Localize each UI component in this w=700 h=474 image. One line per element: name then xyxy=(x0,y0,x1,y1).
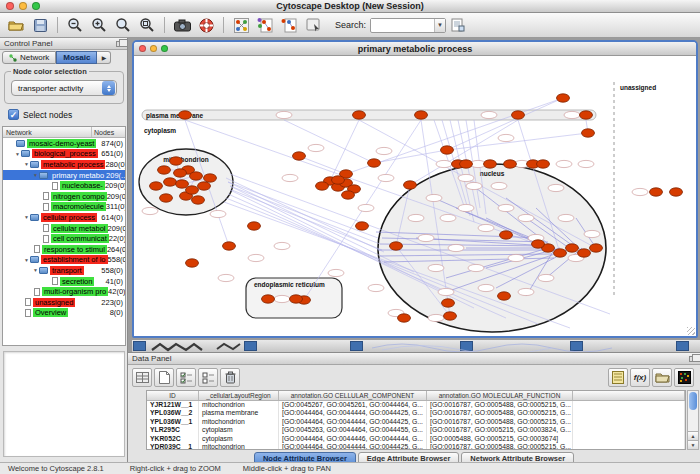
table-column-header[interactable]: annotation.GO CELLULAR_COMPONENT xyxy=(279,391,427,400)
tree-row[interactable]: Overview8(0) xyxy=(3,308,125,319)
gene-label-node[interactable] xyxy=(328,269,344,276)
gene-node[interactable] xyxy=(580,111,593,119)
gene-node[interactable] xyxy=(164,178,177,186)
scroll-down-button[interactable]: ▼ xyxy=(688,440,698,449)
gene-node[interactable] xyxy=(290,295,303,303)
tree-row[interactable]: cellular metabol209(0) xyxy=(3,223,125,234)
zoom-in-button[interactable] xyxy=(88,15,110,36)
tab-mosaic[interactable]: Mosaic xyxy=(56,51,97,64)
gene-label-node[interactable] xyxy=(378,174,394,181)
zoom-selected-button[interactable] xyxy=(112,15,134,36)
gene-node[interactable] xyxy=(670,188,683,196)
network-from-selection-button[interactable] xyxy=(230,15,252,36)
gene-node[interactable] xyxy=(498,292,511,300)
gene-label-node[interactable] xyxy=(556,160,572,167)
expand-triangle-icon[interactable] xyxy=(23,257,30,263)
matrix-view-button[interactable] xyxy=(674,368,694,387)
expand-triangle-icon[interactable] xyxy=(32,172,39,178)
expand-triangle-icon[interactable] xyxy=(23,161,30,167)
tree-row[interactable]: unassigned223(0) xyxy=(3,297,125,308)
gene-label-node[interactable] xyxy=(282,174,298,181)
scroll-up-button[interactable]: ▲ xyxy=(688,431,698,440)
tab-overflow-button[interactable]: ▶ xyxy=(97,51,111,64)
gene-label-node[interactable] xyxy=(518,288,534,295)
tree-row[interactable]: biological_process651(0) xyxy=(3,149,125,160)
expand-triangle-icon[interactable] xyxy=(23,214,30,220)
gene-node[interactable] xyxy=(158,166,171,174)
gene-label-node[interactable] xyxy=(248,254,264,261)
network-canvas[interactable]: plasma membranecytoplasmmitochondrionnuc… xyxy=(134,56,696,336)
tree-row[interactable]: multi-organism pro42(0) xyxy=(3,286,125,297)
delete-attribute-button[interactable] xyxy=(220,368,240,387)
search-input[interactable] xyxy=(371,19,434,31)
gene-node[interactable] xyxy=(190,172,203,180)
tree-row[interactable]: cellular process614(0) xyxy=(3,212,125,223)
gene-node[interactable] xyxy=(160,194,173,202)
gene-label-node[interactable] xyxy=(418,234,434,241)
save-button[interactable] xyxy=(29,15,51,36)
gene-label-node[interactable] xyxy=(210,210,226,217)
gene-label-node[interactable] xyxy=(466,182,482,189)
gene-label-node[interactable] xyxy=(308,144,324,151)
gene-node[interactable] xyxy=(512,111,525,119)
zoom-fit-button[interactable] xyxy=(136,15,158,36)
gene-label-node[interactable] xyxy=(548,184,564,191)
gene-label-node[interactable] xyxy=(428,264,444,271)
gene-node[interactable] xyxy=(578,249,591,257)
gene-node[interactable] xyxy=(356,222,369,230)
partial-window-titlebars[interactable] xyxy=(132,340,700,352)
gene-label-node[interactable] xyxy=(142,207,158,214)
unselect-attributes-button[interactable] xyxy=(198,368,218,387)
gene-label-node[interactable] xyxy=(491,182,507,189)
gene-node[interactable] xyxy=(150,182,163,190)
gene-label-node[interactable] xyxy=(274,295,290,302)
gene-node[interactable] xyxy=(444,312,457,320)
table-row[interactable]: YKR052Ccytoplasm[GO:0044464, GO:0044446,… xyxy=(147,435,685,443)
gene-node[interactable] xyxy=(332,176,345,184)
gene-label-node[interactable] xyxy=(426,194,442,201)
network-view-button[interactable] xyxy=(254,15,276,36)
network-overlay-button[interactable] xyxy=(278,15,300,36)
gene-label-node[interactable] xyxy=(498,204,514,211)
gene-node[interactable] xyxy=(198,182,211,190)
tree-row[interactable]: primary metabo209(... xyxy=(3,170,125,181)
gene-label-node[interactable] xyxy=(478,224,494,231)
gene-node[interactable] xyxy=(500,231,513,239)
gene-node[interactable] xyxy=(170,157,183,165)
gene-node[interactable] xyxy=(176,180,189,188)
new-attribute-button[interactable] xyxy=(154,368,174,387)
gene-node[interactable] xyxy=(390,242,403,250)
gene-node[interactable] xyxy=(316,182,329,190)
birds-eye-view[interactable] xyxy=(3,351,125,457)
tree-row[interactable]: secretion41(0) xyxy=(3,276,125,287)
table-row[interactable]: YPL036W__2plasma membrane[GO:0044464, GO… xyxy=(147,409,685,417)
gene-label-node[interactable] xyxy=(408,214,424,221)
table-column-header[interactable]: annotation.GO MOLECULAR_FUNCTION xyxy=(427,391,573,400)
gene-node[interactable] xyxy=(293,152,306,160)
gene-label-node[interactable] xyxy=(498,134,514,141)
gene-label-node[interactable] xyxy=(368,284,384,291)
tree-row[interactable]: metabolic process280(0) xyxy=(3,159,125,170)
gene-node[interactable] xyxy=(442,299,455,307)
gene-label-node[interactable] xyxy=(538,274,554,281)
tree-row[interactable]: nitrogen compo209(0) xyxy=(3,191,125,202)
gene-node[interactable] xyxy=(504,160,517,168)
tree-row[interactable]: transport558(0) xyxy=(3,265,125,276)
tree-row[interactable]: mosaic-demo-yeast874(0) xyxy=(3,138,125,149)
gene-node[interactable] xyxy=(590,244,603,252)
gene-node[interactable] xyxy=(532,240,545,248)
gene-label-node[interactable] xyxy=(274,242,290,249)
gene-label-node[interactable] xyxy=(564,111,580,118)
gene-node[interactable] xyxy=(554,249,567,257)
gene-node[interactable] xyxy=(566,244,579,252)
tree-row[interactable]: establishment of lo558(0) xyxy=(3,255,125,266)
gene-label-node[interactable] xyxy=(632,188,648,195)
network-window-titlebar[interactable]: primary metabolic process xyxy=(134,42,696,56)
table-column-header[interactable]: ID xyxy=(147,391,199,400)
gene-node[interactable] xyxy=(223,242,236,250)
tree-column-nodes[interactable]: Nodes xyxy=(92,127,125,137)
table-scrollbar[interactable]: ▲ ▼ xyxy=(687,390,699,450)
gene-label-node[interactable] xyxy=(584,230,600,237)
zoom-out-button[interactable] xyxy=(64,15,86,36)
select-attributes-button[interactable] xyxy=(132,368,152,387)
